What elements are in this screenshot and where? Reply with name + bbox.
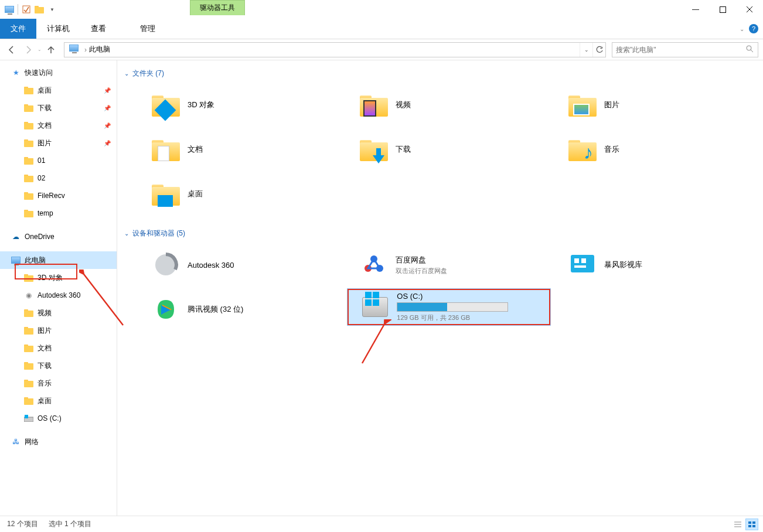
tab-view[interactable]: 查看 — [80, 19, 117, 39]
search-icon[interactable] — [741, 45, 758, 54]
svg-rect-11 — [581, 258, 586, 263]
downloads-big-icon — [359, 135, 389, 164]
folder-desktop[interactable]: 桌面 — [139, 173, 342, 214]
tree-item-downloads[interactable]: 下载📌 — [0, 99, 117, 117]
tree-videos[interactable]: 视频 — [0, 304, 117, 322]
tree-pictures2[interactable]: 图片 — [0, 322, 117, 339]
nav-up-button[interactable] — [44, 43, 58, 57]
tab-manage[interactable]: 管理 — [125, 19, 171, 39]
svg-rect-4 — [25, 415, 28, 418]
tree-music[interactable]: 音乐 — [0, 374, 117, 392]
desktop-icon — [23, 395, 34, 406]
qat-properties-icon[interactable] — [22, 5, 31, 14]
baofeng-icon — [568, 250, 597, 279]
chevron-down-icon: ⌄ — [124, 70, 129, 77]
tree-3dobjects[interactable]: 3D 对象 — [0, 269, 117, 287]
tree-drive-c[interactable]: OS (C:) — [0, 410, 117, 427]
drive-big-icon — [360, 292, 390, 322]
ribbon-expand-icon[interactable]: ⌄ — [740, 26, 744, 32]
folder-3dobjects[interactable]: 3D 对象 — [139, 84, 342, 125]
tree-onedrive[interactable]: ☁OneDrive — [0, 228, 117, 245]
folder-documents[interactable]: 文档 — [139, 129, 342, 170]
app-icon — [5, 5, 14, 14]
drive-os-c[interactable]: OS (C:) 129 GB 可用，共 236 GB — [348, 289, 550, 325]
tree-autodesk360[interactable]: ◉Autodesk 360 — [0, 287, 117, 304]
tree-item-temp[interactable]: temp — [0, 204, 117, 222]
chevron-down-icon: ⌄ — [124, 230, 129, 237]
autodesk-icon: ◉ — [23, 290, 34, 301]
qat-dropdown-icon[interactable]: ▼ — [47, 7, 57, 12]
tree-downloads2[interactable]: 下载 — [0, 357, 117, 374]
search-input[interactable] — [612, 46, 741, 54]
documents-icon — [23, 120, 34, 131]
view-details-button[interactable] — [731, 519, 744, 530]
tree-network[interactable]: 🖧网络 — [0, 433, 117, 451]
tree-item-desktop[interactable]: 桌面📌 — [0, 81, 117, 99]
nav-sidebar: ★ 快速访问 桌面📌 下载📌 文档📌 图片📌 01 02 FileRecv te… — [0, 60, 117, 516]
downloads-icon — [23, 360, 34, 371]
music-icon — [23, 378, 34, 388]
folder-videos[interactable]: 视频 — [348, 84, 550, 125]
tree-item-02[interactable]: 02 — [0, 169, 117, 187]
view-large-icons-button[interactable] — [745, 519, 758, 530]
drive-icon — [23, 413, 34, 424]
refresh-button[interactable] — [592, 43, 605, 57]
pictures-icon — [23, 325, 34, 336]
help-icon[interactable]: ? — [749, 24, 758, 33]
device-autodesk360[interactable]: Autodesk 360 — [139, 244, 342, 285]
nav-back-button[interactable] — [5, 43, 19, 57]
svg-rect-13 — [748, 521, 751, 524]
documents-big-icon — [151, 135, 180, 164]
folder-icon — [23, 173, 34, 183]
tree-item-01[interactable]: 01 — [0, 152, 117, 169]
network-icon: 🖧 — [11, 436, 21, 447]
tab-file[interactable]: 文件 — [0, 19, 36, 39]
group-header-devices[interactable]: ⌄ 设备和驱动器 (5) — [122, 226, 758, 244]
3dobject-icon — [151, 90, 180, 120]
maximize-button[interactable] — [709, 0, 736, 19]
folder-icon — [23, 155, 34, 166]
nav-recent-dropdown[interactable]: ⌄ — [38, 47, 42, 52]
address-bar[interactable]: 此电脑 ⌄ — [64, 42, 606, 57]
desktop-big-icon — [151, 179, 180, 209]
folder-icon — [23, 272, 34, 283]
downloads-icon — [23, 103, 34, 113]
device-baofeng[interactable]: 暴风影视库 — [556, 244, 758, 285]
qat-newfolder-icon[interactable] — [35, 5, 44, 14]
desktop-icon — [23, 85, 34, 96]
ribbon-context-tab: 驱动器工具 — [190, 0, 245, 15]
tree-item-filerecv[interactable]: FileRecv — [0, 187, 117, 204]
tree-item-pictures[interactable]: 图片📌 — [0, 134, 117, 152]
folder-icon — [23, 190, 34, 201]
music-big-icon: ♪ — [568, 135, 597, 164]
group-header-folders[interactable]: ⌄ 文件夹 (7) — [122, 66, 758, 84]
pin-icon: 📌 — [104, 87, 111, 94]
pin-icon: 📌 — [104, 105, 111, 111]
autodesk-big-icon — [151, 250, 180, 279]
tree-documents2[interactable]: 文档 — [0, 339, 117, 357]
device-tencent-video[interactable]: 腾讯视频 (32 位) — [139, 289, 342, 330]
tree-this-pc[interactable]: 此电脑 — [0, 251, 117, 269]
documents-icon — [23, 343, 34, 353]
folder-pictures[interactable]: 图片 — [556, 84, 758, 125]
svg-rect-14 — [752, 521, 755, 524]
breadcrumb-item[interactable]: 此电脑 — [89, 45, 110, 54]
tree-item-documents[interactable]: 文档📌 — [0, 117, 117, 134]
device-baidu[interactable]: 百度网盘双击运行百度网盘 — [348, 244, 550, 285]
drive-label: OS (C:) — [397, 292, 508, 301]
tree-quick-access[interactable]: ★ 快速访问 — [0, 64, 117, 81]
videos-icon — [23, 308, 34, 318]
close-button[interactable] — [736, 0, 763, 19]
svg-rect-1 — [720, 6, 725, 12]
tree-desktop2[interactable]: 桌面 — [0, 392, 117, 410]
pin-icon: 📌 — [104, 122, 111, 129]
search-box[interactable] — [612, 42, 758, 57]
folder-music[interactable]: ♪音乐 — [556, 129, 758, 170]
tab-computer[interactable]: 计算机 — [36, 19, 80, 39]
tree-label: 快速访问 — [25, 68, 53, 78]
folder-downloads[interactable]: 下载 — [348, 129, 550, 170]
address-dropdown-icon[interactable]: ⌄ — [580, 43, 592, 57]
minimize-button[interactable]: — — [682, 0, 709, 19]
nav-forward-button[interactable] — [21, 43, 35, 57]
svg-rect-9 — [571, 255, 594, 272]
